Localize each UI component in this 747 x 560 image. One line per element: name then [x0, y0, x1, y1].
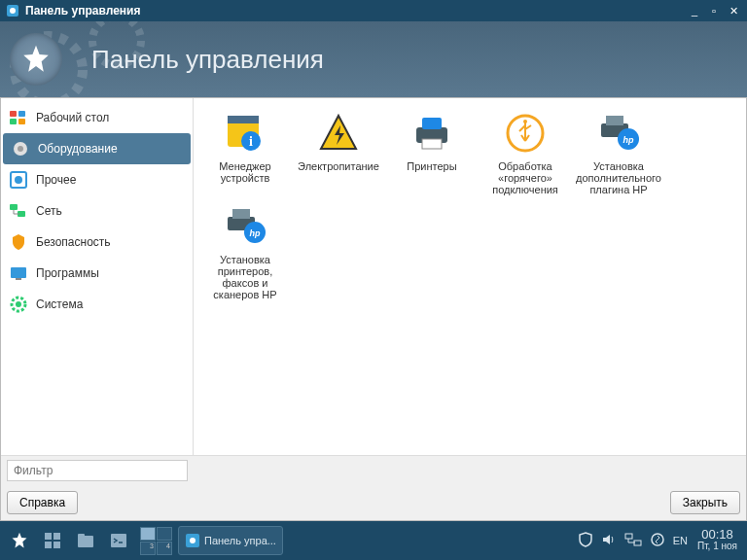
security-icon	[9, 232, 28, 252]
item-label: Электропитание	[295, 160, 382, 172]
programs-icon	[9, 263, 28, 283]
header-banner: Панель управления	[0, 21, 747, 97]
page-title: Панель управления	[91, 45, 324, 75]
power-icon	[295, 110, 382, 157]
help-button[interactable]: Справка	[7, 491, 78, 514]
item-label: Установка дополнительного плагина HP	[575, 160, 662, 195]
sidebar-label: Безопасность	[36, 235, 111, 249]
svg-rect-38	[53, 542, 60, 548]
item-power[interactable]: Электропитание	[295, 110, 382, 195]
main-area: Рабочий стол Оборудование Прочее Сеть	[1, 98, 746, 455]
network-icon	[9, 201, 28, 221]
sidebar-label: Система	[36, 298, 83, 311]
item-label: Принтеры	[388, 160, 476, 172]
taskbar-app-control-panel[interactable]: Панель упра...	[178, 526, 283, 555]
sidebar-item-system[interactable]: Система	[1, 289, 193, 320]
item-label: Обработка «горячего» подключения	[481, 160, 569, 195]
show-desktop-button[interactable]	[37, 525, 68, 556]
tray-network-icon[interactable]	[624, 532, 642, 550]
svg-rect-7	[18, 119, 25, 124]
svg-point-9	[18, 146, 23, 152]
tray-volume-icon[interactable]	[601, 532, 617, 550]
start-button[interactable]	[4, 525, 35, 556]
sidebar-label: Рабочий стол	[36, 111, 109, 124]
item-hotplug[interactable]: Обработка «горячего» подключения	[481, 110, 569, 195]
svg-rect-37	[45, 542, 52, 548]
item-hp-setup[interactable]: hp Установка принтеров, факсов и сканеро…	[201, 203, 289, 300]
workspace-switcher[interactable]: 3 4	[140, 527, 172, 555]
svg-point-26	[523, 120, 527, 123]
workspace-2[interactable]	[157, 527, 172, 541]
taskbar-app-label: Панель упра...	[204, 535, 276, 546]
hp-setup-icon: hp	[201, 203, 289, 250]
svg-text:hp: hp	[250, 228, 261, 238]
svg-point-17	[16, 301, 21, 307]
content-grid: i Менеджер устройств Электропитание Прин…	[194, 98, 746, 455]
svg-point-11	[15, 176, 22, 184]
window-title: Панель управления	[25, 4, 683, 18]
tray-sync-icon[interactable]	[650, 532, 665, 550]
usb-icon	[481, 110, 569, 157]
maximize-button[interactable]: ▫	[706, 5, 722, 17]
desktop-icon	[9, 108, 28, 127]
hardware-icon	[11, 139, 30, 158]
svg-rect-6	[10, 119, 17, 124]
sidebar-label: Сеть	[36, 204, 62, 218]
svg-rect-14	[11, 267, 26, 278]
svg-point-43	[190, 538, 196, 543]
window-body: Рабочий стол Оборудование Прочее Сеть	[0, 97, 747, 521]
printer-icon	[388, 110, 476, 157]
svg-rect-35	[45, 533, 52, 540]
svg-rect-12	[10, 204, 18, 210]
svg-point-1	[10, 8, 16, 14]
sidebar-item-other[interactable]: Прочее	[1, 164, 193, 195]
sidebar-item-security[interactable]: Безопасность	[1, 227, 193, 258]
system-icon	[9, 295, 28, 314]
clock-date: Пт, 1 ноя	[697, 541, 737, 552]
sidebar-label: Программы	[36, 266, 99, 280]
filter-input[interactable]	[7, 460, 188, 481]
file-manager-button[interactable]	[70, 525, 101, 556]
svg-rect-40	[78, 534, 85, 538]
app-icon	[6, 4, 19, 18]
svg-rect-5	[18, 111, 25, 117]
other-icon	[9, 170, 28, 190]
tray-clock[interactable]: 00:18 Пт, 1 ноя	[697, 529, 737, 552]
item-printers[interactable]: Принтеры	[388, 110, 476, 195]
workspace-3[interactable]: 3	[140, 542, 156, 555]
item-device-manager[interactable]: i Менеджер устройств	[201, 110, 289, 195]
sidebar-label: Прочее	[36, 173, 76, 187]
close-window-button[interactable]: Закрыть	[670, 491, 740, 514]
minimize-button[interactable]: _	[687, 5, 702, 17]
star-badge-icon	[10, 33, 62, 86]
svg-rect-41	[111, 534, 126, 547]
svg-rect-15	[16, 278, 21, 280]
svg-rect-23	[422, 118, 442, 129]
close-button[interactable]: ✕	[726, 5, 741, 18]
sidebar-item-desktop[interactable]: Рабочий стол	[1, 102, 193, 133]
hp-plugin-icon: hp	[575, 110, 662, 157]
svg-rect-32	[232, 209, 250, 219]
taskbar: 3 4 Панель упра... EN 00:18 Пт, 1 ноя	[0, 521, 747, 560]
workspace-1[interactable]	[140, 527, 156, 541]
tray-language[interactable]: EN	[673, 535, 688, 546]
sidebar-item-programs[interactable]: Программы	[1, 258, 193, 289]
workspace-4[interactable]: 4	[157, 542, 172, 555]
svg-rect-28	[606, 116, 623, 125]
category-sidebar: Рабочий стол Оборудование Прочее Сеть	[1, 98, 194, 455]
sidebar-label: Оборудование	[38, 142, 118, 156]
window-titlebar: Панель управления _ ▫ ✕	[0, 0, 747, 21]
sidebar-item-network[interactable]: Сеть	[1, 195, 193, 227]
sidebar-item-hardware[interactable]: Оборудование	[3, 133, 191, 164]
bottom-panel: Справка Закрыть	[1, 455, 746, 520]
svg-text:hp: hp	[623, 135, 634, 145]
tray-shield-icon[interactable]	[578, 532, 593, 550]
clock-time: 00:18	[697, 529, 737, 541]
item-label: Менеджер устройств	[201, 160, 289, 184]
svg-rect-45	[634, 541, 641, 545]
item-hp-plugin[interactable]: hp Установка дополнительного плагина HP	[575, 110, 662, 195]
svg-rect-36	[53, 533, 60, 540]
item-label: Установка принтеров, факсов и сканеров H…	[201, 254, 289, 300]
terminal-button[interactable]	[103, 525, 134, 556]
device-manager-icon: i	[201, 110, 289, 157]
